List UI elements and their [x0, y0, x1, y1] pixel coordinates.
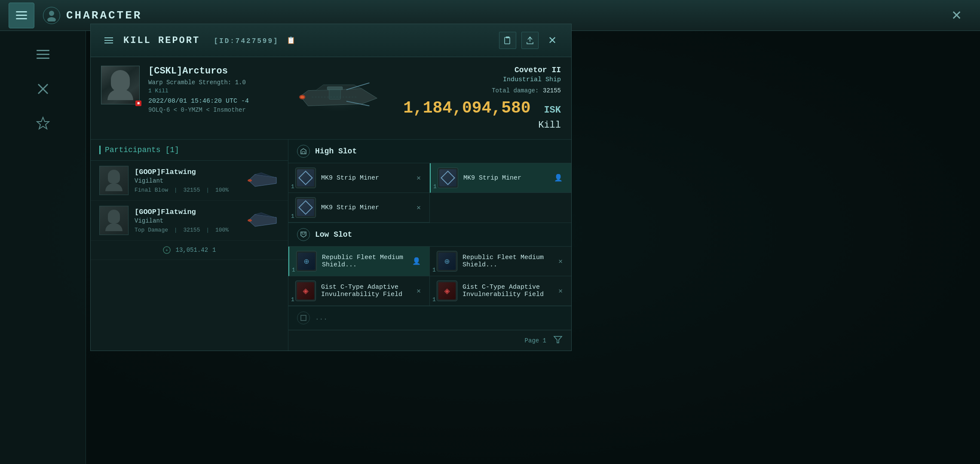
- victim-avatar: [101, 66, 140, 104]
- remove-hs3[interactable]: ✕: [415, 201, 423, 214]
- slot-item-hs1[interactable]: 1 MK9 Strip Miner ✕: [288, 163, 430, 193]
- svg-text:+: +: [165, 248, 168, 253]
- participant-value-row: + 13,051.42 1: [91, 241, 288, 260]
- participant-ship-2: Vigilant: [135, 217, 239, 224]
- slot-item-name-hs1: MK9 Strip Miner: [321, 174, 410, 182]
- participant-ship-img-1: [245, 170, 279, 191]
- participants-panel: Participants [1] [GOOP]Flatwing Vigilant…: [91, 140, 288, 351]
- svg-rect-14: [329, 90, 341, 99]
- shield-icon-1: [296, 251, 317, 272]
- slot-item-ls1[interactable]: 1 Republic Fleet Medium Shield... 👤: [288, 247, 430, 276]
- adaptive-icon-1: [295, 281, 316, 301]
- remove-ls2[interactable]: ✕: [557, 255, 564, 267]
- clipboard-button[interactable]: [499, 32, 516, 49]
- kill-report-modal: KILL REPORT [ID:7427599] 📋 ✕: [90, 24, 572, 351]
- high-slot-header: High Slot: [288, 140, 571, 163]
- low-slot-section: Low Slot 1 Republic Fleet Medium Shield.…: [288, 223, 571, 306]
- participant-ship-img-2: [245, 210, 279, 231]
- kill-type-label: Kill: [403, 120, 561, 131]
- victim-name: [CSKL]Arcturos: [148, 66, 274, 76]
- modal-menu-button[interactable]: [101, 33, 116, 48]
- participant-stats-1: Final Blow | 32155 | 100%: [135, 187, 239, 193]
- svg-point-0: [49, 11, 54, 16]
- modal-header: KILL REPORT [ID:7427599] 📋 ✕: [91, 24, 571, 57]
- svg-rect-13: [327, 87, 343, 90]
- participant-item-2[interactable]: [GOOP]Flatwing Vigilant Top Damage | 321…: [91, 201, 288, 241]
- slot-item-ls4[interactable]: 1 Gist C-Type Adaptive Invulnerability F…: [430, 276, 571, 306]
- low-slot-items: 1 Republic Fleet Medium Shield... 👤 1: [288, 247, 571, 306]
- sidebar-icon-star[interactable]: [32, 113, 54, 134]
- slot-item-name-hs3: MK9 Strip Miner: [321, 204, 410, 211]
- ship-image: [285, 75, 392, 121]
- modal-actions: ✕: [499, 32, 561, 49]
- slot-item-name-ls2: Republic Fleet Medium Shield...: [462, 254, 551, 269]
- slot-item-name-ls1: Republic Fleet Medium Shield...: [322, 254, 405, 269]
- sidebar-icon-x[interactable]: [32, 78, 54, 100]
- svg-rect-9: [506, 37, 509, 38]
- shield-icon-2: [437, 251, 457, 272]
- slot-item-ls2[interactable]: 1 Republic Fleet Medium Shield... ✕: [430, 247, 571, 276]
- low-slot-header: Low Slot: [288, 223, 571, 247]
- content-area: Participants [1] [GOOP]Flatwing Vigilant…: [91, 140, 571, 351]
- high-slot-section: High Slot 1 MK9 Strip Miner ✕ 1: [288, 140, 571, 223]
- slot-item-name-hs2: MK9 Strip Miner: [463, 174, 547, 182]
- more-slots-label: ...: [315, 314, 328, 322]
- slot-item-name-ls4: Gist C-Type Adaptive Invulnerability Fie…: [462, 284, 551, 298]
- filter-icon[interactable]: [553, 335, 563, 346]
- participant-item[interactable]: [GOOP]Flatwing Vigilant Final Blow | 321…: [91, 161, 288, 201]
- total-damage: Total damage: 32155: [403, 87, 561, 95]
- ship-class: Covetor II: [403, 66, 561, 74]
- victim-warp-scramble: Warp Scramble Strength: 1.0: [148, 79, 274, 86]
- slot-item-ls3[interactable]: 1 Gist C-Type Adaptive Invulnerability F…: [288, 276, 430, 306]
- remove-ls3[interactable]: ✕: [415, 285, 423, 297]
- ship-type: Industrial Ship: [403, 76, 561, 83]
- kill-timestamp: 2022/08/01 15:46:20 UTC -4: [148, 98, 274, 105]
- svg-point-12: [300, 96, 304, 98]
- slot-item-hs3[interactable]: 1 MK9 Strip Miner ✕: [288, 193, 430, 223]
- participant-ship-1: Vigilant: [135, 177, 239, 184]
- isk-value: 1,184,094,580 ISK: [403, 99, 561, 117]
- app-close-button[interactable]: ✕: [946, 5, 967, 26]
- char-icon-hs2: 👤: [552, 172, 564, 184]
- participant-details-1: [GOOP]Flatwing Vigilant Final Blow | 321…: [135, 168, 239, 193]
- sidebar-icon-menu[interactable]: [32, 44, 54, 65]
- kill-value-section: Covetor II Industrial Ship Total damage:…: [403, 66, 561, 131]
- participant-avatar-2: [99, 206, 129, 235]
- kill-badge: ■: [135, 101, 141, 106]
- app-title: CHARACTER: [66, 9, 142, 22]
- char-icon-ls1: 👤: [410, 255, 423, 267]
- adaptive-icon-2: [437, 281, 457, 301]
- more-slot-icon: [297, 311, 310, 324]
- kill-location: 9OLQ-6 < 0-YMZM < Insmother: [148, 107, 274, 113]
- low-slot-title: Low Slot: [315, 230, 352, 239]
- remove-ls4[interactable]: ✕: [557, 285, 564, 297]
- copy-icon[interactable]: 📋: [287, 36, 295, 45]
- svg-point-17: [248, 219, 252, 222]
- svg-point-1: [47, 17, 56, 21]
- high-slot-items: 1 MK9 Strip Miner ✕ 1 MK9 Strip Miner: [288, 163, 571, 223]
- svg-rect-20: [301, 315, 306, 321]
- high-slot-title: High Slot: [315, 147, 357, 156]
- strip-miner-icon-2: [438, 168, 458, 188]
- sidebar: [0, 31, 86, 464]
- participant-name-1: [GOOP]Flatwing: [135, 168, 239, 176]
- slot-item-hs2[interactable]: 1 MK9 Strip Miner 👤: [430, 163, 571, 193]
- participant-name-2: [GOOP]Flatwing: [135, 208, 239, 216]
- ship-display: [283, 66, 395, 131]
- page-indicator: Page 1: [525, 337, 546, 344]
- participant-avatar-1: [99, 166, 129, 195]
- svg-rect-4: [37, 58, 49, 59]
- bottom-value-label: 1: [212, 247, 216, 253]
- participant-stats-2: Top Damage | 32155 | 100%: [135, 227, 239, 233]
- export-button[interactable]: [521, 32, 539, 49]
- low-slot-icon: [297, 228, 310, 241]
- participant-details-2: [GOOP]Flatwing Vigilant Top Damage | 321…: [135, 208, 239, 233]
- high-slot-icon: [297, 145, 310, 158]
- strip-miner-icon-3: [295, 197, 316, 218]
- strip-miner-icon-1: [295, 168, 316, 188]
- kill-info-section: ■ [CSKL]Arcturos Warp Scramble Strength:…: [91, 57, 571, 140]
- modal-title: KILL REPORT: [123, 35, 200, 46]
- modal-close-button[interactable]: ✕: [544, 32, 561, 49]
- remove-hs1[interactable]: ✕: [415, 172, 423, 184]
- main-menu-button[interactable]: [9, 3, 34, 28]
